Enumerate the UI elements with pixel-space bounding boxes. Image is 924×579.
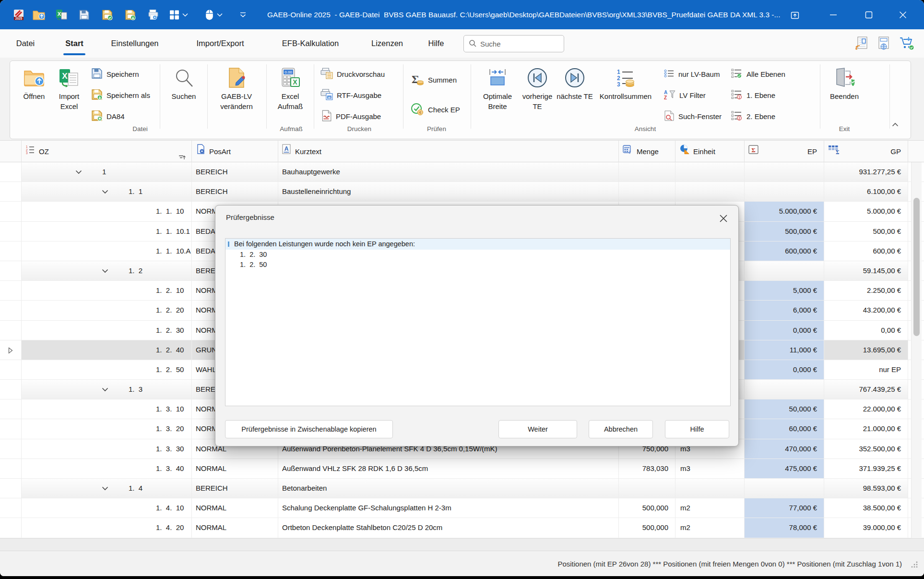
abbrechen-button[interactable]: Abbrechen — [589, 420, 653, 438]
suchen-button[interactable]: Suchen — [166, 64, 201, 125]
header-menge[interactable]: Menge — [619, 141, 675, 162]
dialog-close-icon[interactable] — [716, 211, 731, 226]
table-row[interactable]: 1. 1BEREICHBaustelleneinrichtung6.100,00… — [0, 182, 924, 202]
excel-import-icon[interactable]: X — [56, 9, 67, 21]
check-ep-button[interactable]: € Check EP — [411, 101, 460, 118]
dialog-list-item[interactable]: 1. 2. 50 — [225, 260, 730, 270]
horizontal-scrollbar[interactable] — [0, 538, 924, 551]
ebene1-button[interactable]: 1 1. Ebene — [731, 86, 775, 104]
menu-lizenzen[interactable]: Lizenzen — [371, 29, 403, 58]
save-download-icon[interactable] — [125, 9, 136, 20]
open-folder-icon[interactable] — [33, 10, 45, 20]
such-fenster-button[interactable]: Such-Fenster — [664, 108, 722, 125]
collapse-ribbon-icon[interactable] — [887, 117, 904, 132]
print-icon[interactable] — [148, 9, 159, 20]
document-edit-icon — [226, 65, 247, 90]
kontrollsummen-label: Kontrollsummen — [600, 91, 652, 101]
summen-button[interactable]: Σ Summen — [411, 71, 457, 88]
speichern-button[interactable]: Speichern — [91, 65, 139, 83]
weiter-button[interactable]: Weiter — [498, 420, 577, 438]
excel-aufmass-button[interactable]: 0.00X Excel Aufmaß — [273, 64, 308, 125]
da84-button[interactable]: DA84 — [91, 108, 125, 125]
news-icon[interactable] — [855, 36, 868, 52]
apps-grid-caret-icon[interactable] — [182, 13, 188, 17]
import-excel-label: Import Excel — [52, 91, 86, 111]
maximize-button[interactable] — [858, 0, 880, 29]
vorherige-te-button[interactable]: vorherige TE — [519, 64, 556, 125]
shop-cart-icon[interactable] — [899, 36, 914, 52]
resize-grip[interactable] — [911, 560, 918, 569]
search-input[interactable]: Suche — [463, 35, 564, 52]
cell-ep — [745, 182, 824, 201]
gaeb-lv-veraendern-button[interactable]: GAEB-LV verändern — [214, 64, 259, 125]
save-as-icon[interactable] — [102, 9, 113, 20]
popout-button[interactable] — [784, 0, 806, 29]
row-gutter — [0, 399, 22, 419]
speichern-als-button[interactable]: Speichern als — [91, 86, 150, 104]
chevron-down-icon[interactable] — [102, 190, 108, 194]
menu-einstellungen[interactable]: Einstellungen — [111, 29, 158, 58]
svg-text:A: A — [664, 90, 667, 95]
web-update-icon[interactable] — [877, 36, 890, 52]
optimale-breite-button[interactable]: Optimale Breite — [477, 64, 518, 125]
header-posart[interactable]: PosArt — [192, 141, 278, 162]
pdf-ausgabe-button[interactable]: PDF-Ausgabe — [320, 108, 381, 125]
cell-posart: NORMAL — [192, 518, 278, 537]
beenden-button[interactable]: Beenden — [826, 64, 863, 125]
menu-efb-kalkulation[interactable]: EFB-Kalkulation — [282, 29, 339, 58]
table-row[interactable]: 1BEREICHBauhauptgewerke931.277,25 € — [0, 162, 924, 182]
header-ep[interactable]: Σ EP — [745, 141, 824, 162]
header-kurztext[interactable]: A Kurztext — [278, 141, 619, 162]
close-button[interactable] — [892, 0, 914, 29]
menu-datei[interactable]: Datei — [16, 29, 35, 58]
nur-lv-baum-button[interactable]: nur LV-Baum — [664, 65, 720, 83]
dialog-list-item[interactable]: 1. 2. 30 — [225, 250, 730, 260]
header-oz[interactable]: 123 OZ — [22, 141, 192, 162]
vertical-scrollbar[interactable] — [911, 162, 922, 538]
header-einheit[interactable]: Einheit — [675, 141, 745, 162]
menu-hilfe[interactable]: Hilfe — [428, 29, 444, 58]
chevron-down-icon[interactable] — [75, 170, 82, 174]
oz-value: 1. 1. 10.A — [156, 241, 191, 261]
mouse-settings-icon[interactable] — [205, 9, 213, 20]
naechste-te-button[interactable]: nächste TE — [557, 64, 593, 125]
cell-oz: 1. 3. 20 — [22, 419, 192, 438]
chevron-down-icon[interactable] — [102, 486, 108, 491]
row-gutter — [0, 281, 22, 300]
cell-ep: 475,000 € — [745, 459, 824, 478]
chevron-down-icon[interactable] — [102, 387, 108, 392]
oz-value: 1. 1 — [129, 182, 142, 201]
folder-open-icon — [24, 65, 45, 90]
druckvorschau-button[interactable]: Druckvorschau — [320, 65, 385, 83]
quick-access-toolbar-icon[interactable] — [240, 12, 246, 17]
header-gp[interactable]: Σ GP — [824, 141, 908, 162]
menu-import-export[interactable]: Import/Export — [196, 29, 244, 58]
app-logo-icon: 2025 — [13, 9, 24, 21]
save-icon[interactable] — [79, 9, 90, 20]
dialog-result-list[interactable]: Bei folgenden Leistungen wurde noch kein… — [225, 238, 731, 406]
cell-oz: 1. 3. 10 — [22, 399, 192, 419]
alle-ebenen-button[interactable]: Alle Ebenen — [731, 65, 785, 83]
cell-gp: 6.100,00 € — [824, 182, 908, 201]
table-row[interactable]: 1. 4BEREICHBetonarbeiten98.593,00 € — [0, 479, 924, 498]
ebene2-button[interactable]: 2 2. Ebene — [731, 108, 775, 125]
rtf-ausgabe-button[interactable]: W RTF-Ausgabe — [320, 86, 381, 104]
oeffnen-button[interactable]: Öffnen — [17, 64, 51, 125]
vertical-scrollbar-thumb[interactable] — [913, 198, 920, 336]
table-row[interactable]: 1. 4. 10NORMALSchalung Deckenplatte GF-S… — [0, 498, 924, 518]
excel-import-icon: X — [59, 65, 80, 90]
mouse-caret-icon[interactable] — [217, 13, 223, 17]
lv-filter-button[interactable]: AZ LV Filter — [664, 86, 706, 104]
apps-grid-icon[interactable] — [169, 9, 180, 20]
sort-icon[interactable] — [178, 148, 186, 162]
hilfe-button[interactable]: Hilfe — [665, 420, 729, 438]
minimize-button[interactable] — [822, 0, 844, 29]
table-row[interactable]: 1. 4. 20NORMALOrtbeton Deckenplatte Stah… — [0, 518, 924, 538]
cell-gp: 931.277,25 € — [824, 162, 908, 181]
row-marker-icon — [8, 347, 13, 354]
kontrollsummen-button[interactable]: 123 Kontrollsummen — [594, 64, 657, 125]
copy-results-button[interactable]: Prüfergebnisse in Zwischenablage kopiere… — [225, 420, 393, 438]
import-excel-button[interactable]: X Import Excel — [52, 64, 86, 125]
table-row[interactable]: 1. 3. 40NORMALAußenwand VHLz SFK 28 RDK … — [0, 459, 924, 479]
chevron-down-icon[interactable] — [102, 269, 108, 273]
